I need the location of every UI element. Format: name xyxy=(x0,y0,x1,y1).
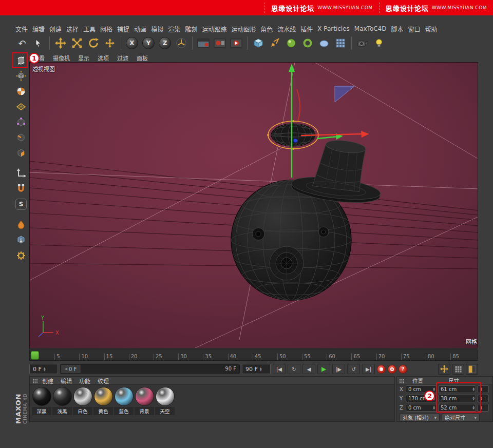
polygons-mode-icon[interactable] xyxy=(14,146,28,160)
field-spinner[interactable]: ▲▼ xyxy=(433,387,435,392)
material-item[interactable]: 天空 xyxy=(155,387,175,415)
record-scale-icon[interactable] xyxy=(466,364,478,375)
pen-spline-icon[interactable] xyxy=(267,35,282,51)
frame-range-slider[interactable]: ◀ 0 F 90 F xyxy=(60,364,240,374)
last-tool-icon[interactable] xyxy=(102,35,118,51)
go-to-end-button[interactable]: ▶| xyxy=(362,364,375,374)
material-item[interactable]: 深黑 xyxy=(32,387,51,415)
mat-menu-texture[interactable]: 纹理 xyxy=(98,377,109,385)
material-preview[interactable] xyxy=(73,387,92,406)
material-item[interactable]: 白色 xyxy=(73,387,92,415)
vp-menu-cameras[interactable]: 摄像机 xyxy=(53,54,70,62)
go-to-start-button[interactable]: |◀ xyxy=(273,364,286,374)
material-item[interactable]: 黄色 xyxy=(93,387,113,415)
edges-mode-icon[interactable] xyxy=(14,130,28,144)
menu-file[interactable]: 文件 xyxy=(15,25,28,33)
position-z-field[interactable]: 0 cm ▲▼ xyxy=(406,404,437,412)
texture-mode-icon[interactable] xyxy=(14,84,28,98)
point-handle[interactable] xyxy=(293,139,297,143)
render-view-icon[interactable] xyxy=(196,35,211,51)
menu-character[interactable]: 角色 xyxy=(260,25,273,33)
perspective-viewport[interactable]: Y X 透视视图 网格 xyxy=(29,62,478,348)
material-preview[interactable] xyxy=(135,387,154,406)
menu-pipeline[interactable]: 流水线 xyxy=(277,25,296,33)
menu-snap[interactable]: 捕捉 xyxy=(117,25,129,33)
menu-script[interactable]: 脚本 xyxy=(391,25,404,33)
autokey-button[interactable] xyxy=(388,365,396,374)
menu-maxtoc4d[interactable]: MaxToC4D xyxy=(354,25,387,32)
menu-tools[interactable]: 工具 xyxy=(83,25,96,33)
menu-plugins[interactable]: 插件 xyxy=(300,25,313,33)
move-tool-icon[interactable] xyxy=(53,35,68,51)
camera-icon[interactable] xyxy=(355,35,370,51)
menu-mograph[interactable]: 运动图形 xyxy=(231,25,256,33)
menu-simulate[interactable]: 模拟 xyxy=(151,25,163,33)
gear-icon[interactable] xyxy=(14,248,28,262)
range-slider-grip[interactable]: ◀ 0 F xyxy=(61,365,81,373)
menu-animate[interactable]: 动画 xyxy=(134,25,146,33)
menu-window[interactable]: 窗口 xyxy=(408,25,421,33)
size-mode-dropdown[interactable]: 绝对尺寸 ▼ xyxy=(442,414,480,421)
undo-icon[interactable]: ↶ xyxy=(14,35,30,51)
x-axis-lock-button[interactable]: X xyxy=(126,37,138,49)
play-button[interactable]: ▶ xyxy=(317,364,330,374)
rotate-tool-icon[interactable] xyxy=(86,35,101,51)
timeline-ruler[interactable]: 0 5 10 15 20 25 30 35 40 45 50 55 60 65 … xyxy=(29,349,478,361)
material-item[interactable]: 蓝色 xyxy=(114,387,134,415)
menu-sculpt[interactable]: 雕刻 xyxy=(185,25,197,33)
end-frame-field[interactable]: 90 F ▲▼ xyxy=(242,364,271,374)
current-frame-field[interactable]: 0 F ▲▼ xyxy=(29,364,58,374)
subdivision-surface-icon[interactable] xyxy=(283,35,299,51)
viewport-scene[interactable]: Y X xyxy=(30,63,478,348)
axis-mode-icon[interactable] xyxy=(14,166,28,180)
menu-render[interactable]: 渲染 xyxy=(168,25,180,33)
z-axis-lock-button[interactable]: Z xyxy=(159,37,171,49)
vp-menu-panel[interactable]: 面板 xyxy=(137,54,148,62)
material-preview[interactable] xyxy=(53,387,72,406)
vp-menu-display[interactable]: 显示 xyxy=(78,54,89,62)
loop-back-button[interactable]: ↺ xyxy=(347,364,360,374)
mat-menu-edit[interactable]: 编辑 xyxy=(61,377,72,385)
frame-spinner[interactable]: ▲▼ xyxy=(44,367,46,372)
generator-ring-icon[interactable] xyxy=(300,35,315,51)
coordinate-system-icon[interactable] xyxy=(174,35,189,51)
render-settings-icon[interactable] xyxy=(212,35,227,51)
vp-menu-filter[interactable]: 过滤 xyxy=(117,54,128,62)
menu-edit[interactable]: 编辑 xyxy=(32,25,45,33)
timeline-playhead[interactable] xyxy=(31,351,39,360)
material-preview[interactable] xyxy=(32,387,51,406)
step-forward-button[interactable]: |▶ xyxy=(332,364,345,374)
mograph-grid-icon[interactable] xyxy=(333,35,348,51)
magnet-icon[interactable] xyxy=(14,182,28,196)
menu-select[interactable]: 选择 xyxy=(66,25,79,33)
render-queue-icon[interactable] xyxy=(229,35,244,51)
model-mode-icon[interactable] xyxy=(14,69,28,83)
light-icon[interactable] xyxy=(371,35,387,51)
y-axis-lock-button[interactable]: Y xyxy=(142,37,155,49)
field-spinner[interactable]: ▲▼ xyxy=(433,405,435,410)
vp-menu-options[interactable]: 选项 xyxy=(98,54,109,62)
mat-menu-function[interactable]: 功能 xyxy=(79,377,90,385)
record-keyframe-button[interactable] xyxy=(377,365,386,374)
menu-xparticles[interactable]: X-Particles xyxy=(317,25,350,32)
material-preview[interactable] xyxy=(156,387,175,406)
previous-frame-button[interactable]: ◀ xyxy=(302,364,315,374)
cube-primitive-icon[interactable] xyxy=(251,35,266,51)
menu-motion-tracker[interactable]: 运动跟踪 xyxy=(202,25,226,33)
keyframe-options-button[interactable]: ? xyxy=(399,365,407,374)
scale-tool-icon[interactable] xyxy=(69,35,85,51)
points-mode-icon[interactable] xyxy=(14,115,28,129)
record-grid-icon[interactable] xyxy=(452,364,464,375)
snap-icon[interactable]: S xyxy=(15,199,27,210)
frame-spinner[interactable]: ▲▼ xyxy=(260,367,262,372)
deformer-icon[interactable] xyxy=(316,35,332,51)
viewport-label[interactable]: 透视视图 xyxy=(32,65,55,73)
record-position-icon[interactable] xyxy=(438,364,450,375)
workplane-mode-icon[interactable] xyxy=(14,100,28,113)
menu-mesh[interactable]: 网格 xyxy=(100,25,112,33)
locked-layer-icon[interactable] xyxy=(14,233,28,247)
loop-button[interactable]: ↻ xyxy=(288,364,300,374)
menu-create[interactable]: 创建 xyxy=(49,25,62,33)
material-item[interactable]: 浅黑 xyxy=(52,387,72,415)
material-preview[interactable] xyxy=(115,387,134,406)
